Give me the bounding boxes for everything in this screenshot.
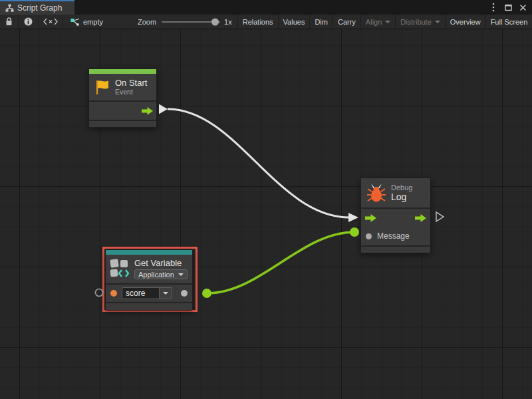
- graph-breadcrumb-label: empty: [83, 18, 103, 26]
- toolbar-right-buttons: Relations Values Dim Carry Align Distrib…: [237, 15, 532, 29]
- node-title: Get Variable: [134, 258, 188, 268]
- wire-layer: [0, 29, 532, 399]
- variable-icon: [110, 258, 130, 279]
- node-title: Log: [391, 192, 412, 202]
- relations-button[interactable]: Relations: [238, 15, 279, 29]
- variable-name-dropdown[interactable]: [160, 287, 172, 299]
- zoom-label: Zoom: [138, 18, 156, 26]
- titlebar: Script Graph: [0, 0, 532, 15]
- node-title: On Start: [115, 78, 147, 88]
- window-controls: [488, 0, 531, 15]
- full-screen-button[interactable]: Full Screen: [486, 15, 532, 29]
- info-icon: [24, 17, 33, 26]
- unconnected-flow-triangle[interactable]: [436, 212, 444, 221]
- close-icon[interactable]: [517, 2, 528, 13]
- graph-breadcrumb[interactable]: empty: [65, 15, 108, 29]
- wire-value: [207, 232, 354, 293]
- node-footer: [361, 247, 430, 253]
- node-get-variable[interactable]: Get Variable Application score: [105, 249, 193, 311]
- message-port-label: Message: [377, 231, 410, 241]
- distribute-dropdown-button[interactable]: Distribute: [396, 15, 445, 29]
- tab-title: Script Graph: [17, 3, 62, 13]
- zoom-slider[interactable]: [162, 15, 220, 29]
- zoom-control: Zoom 1x: [138, 15, 237, 29]
- flow-input-port[interactable]: [365, 214, 376, 222]
- wire-control: [168, 109, 350, 217]
- chevron-down-icon: [163, 292, 168, 295]
- overview-button[interactable]: Overview: [446, 15, 486, 29]
- value-output-port[interactable]: [181, 290, 188, 297]
- chevron-down-icon: [435, 21, 440, 23]
- node-footer: [89, 121, 156, 127]
- event-color-bar: [89, 69, 156, 74]
- zoom-value: 1x: [224, 18, 232, 26]
- node-on-start[interactable]: On Start Event: [88, 68, 157, 128]
- variable-name-input-port[interactable]: [110, 290, 117, 297]
- angle-brackets-x-icon: [43, 18, 58, 25]
- bug-icon: [366, 182, 386, 203]
- lock-button[interactable]: [0, 15, 19, 29]
- value-inspection-button[interactable]: [39, 15, 63, 29]
- graph-toolbar: empty Zoom 1x Relations Values Dim Carry…: [0, 15, 532, 29]
- wire-endpoint-dot[interactable]: [202, 289, 211, 298]
- node-debug-log[interactable]: Debug Log Message: [360, 178, 431, 253]
- flow-output-port[interactable]: [415, 214, 426, 222]
- wire-endpoint-dot[interactable]: [350, 227, 359, 237]
- variable-scope-dropdown[interactable]: Application: [134, 269, 188, 279]
- graph-canvas[interactable]: On Start Event: [0, 29, 532, 399]
- carry-button[interactable]: Carry: [333, 15, 361, 29]
- node-footer: [106, 303, 192, 310]
- wire-arrowhead: [348, 213, 358, 222]
- flag-icon: [94, 79, 110, 95]
- values-button[interactable]: Values: [279, 15, 311, 29]
- wire-source-triangle[interactable]: [159, 104, 168, 114]
- lock-icon: [5, 17, 13, 26]
- chevron-down-icon: [385, 21, 390, 23]
- graph-nodes-icon: [70, 18, 80, 26]
- variable-name-field[interactable]: score: [122, 287, 160, 299]
- script-graph-window: Script Graph: [0, 0, 532, 399]
- tab-script-graph[interactable]: Script Graph: [0, 0, 74, 15]
- maximize-icon[interactable]: [503, 2, 513, 13]
- message-input-port[interactable]: [366, 233, 372, 239]
- zoom-slider-handle[interactable]: [211, 18, 219, 25]
- info-button[interactable]: [19, 15, 39, 29]
- dim-button[interactable]: Dim: [310, 15, 333, 29]
- variable-color-bar: [106, 250, 192, 255]
- window-menu-kebab-icon[interactable]: [488, 2, 499, 13]
- hierarchy-graph-icon: [5, 4, 14, 12]
- chevron-down-icon: [178, 273, 184, 276]
- align-dropdown-button[interactable]: Align: [361, 15, 396, 29]
- flow-output-port[interactable]: [142, 107, 153, 115]
- unconnected-value-circle[interactable]: [96, 289, 103, 297]
- node-subtitle: Event: [115, 88, 147, 96]
